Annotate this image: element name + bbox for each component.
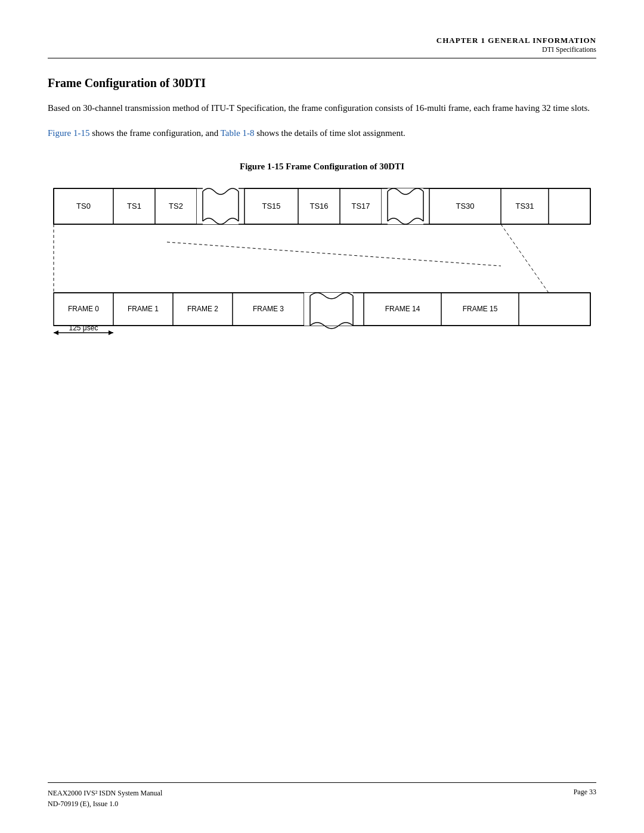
svg-text:FRAME 0: FRAME 0: [68, 305, 99, 313]
svg-text:TS0: TS0: [76, 202, 91, 210]
svg-text:125 μsec: 125 μsec: [69, 324, 98, 332]
section-subtitle: DTI Specifications: [48, 45, 596, 54]
svg-text:FRAME 1: FRAME 1: [128, 305, 159, 313]
figure-title: Figure 1-15 Frame Configuration of 30DTI: [48, 162, 596, 172]
footer-left: NEAX2000 IVS² ISDN System Manual ND-7091…: [48, 788, 162, 809]
svg-text:TS16: TS16: [309, 202, 328, 210]
svg-rect-45: [304, 293, 364, 326]
footer-doc-number: ND-70919 (E), Issue 1.0: [48, 798, 162, 809]
section-heading: Frame Configuration of 30DTI: [48, 76, 596, 90]
svg-text:FRAME 3: FRAME 3: [253, 305, 284, 313]
svg-line-34: [501, 224, 549, 293]
svg-text:TS2: TS2: [169, 202, 183, 210]
page-header: CHAPTER 1 GENERAL INFORMATION DTI Specif…: [48, 36, 596, 58]
figure-15-link[interactable]: Figure 1-15: [48, 128, 89, 138]
svg-text:FRAME 15: FRAME 15: [463, 305, 498, 313]
svg-text:TS15: TS15: [262, 202, 280, 210]
footer-manual-name: NEAX2000 IVS² ISDN System Manual: [48, 788, 162, 798]
svg-marker-60: [109, 330, 113, 335]
frame-configuration-diagram: TS0 TS1 TS2 TS15 TS16: [48, 182, 596, 337]
svg-marker-59: [54, 330, 58, 335]
reference-text: Figure 1-15 shows the frame configuratio…: [48, 126, 596, 140]
chapter-title: CHAPTER 1 GENERAL INFORMATION: [48, 36, 596, 45]
svg-line-35: [167, 242, 501, 266]
svg-text:TS31: TS31: [515, 202, 534, 210]
svg-rect-18: [382, 188, 429, 224]
page-footer: NEAX2000 IVS² ISDN System Manual ND-7091…: [48, 782, 596, 809]
table-1-8-link[interactable]: Table 1-8: [221, 128, 255, 138]
footer-page-number: Page 33: [574, 788, 596, 797]
svg-text:TS30: TS30: [456, 202, 474, 210]
svg-text:FRAME 14: FRAME 14: [385, 305, 420, 313]
svg-text:TS1: TS1: [127, 202, 141, 210]
svg-rect-8: [197, 188, 244, 224]
body-text: Based on 30-channel transmission method …: [48, 101, 596, 115]
svg-text:FRAME 2: FRAME 2: [187, 305, 218, 313]
svg-text:TS17: TS17: [351, 202, 370, 210]
